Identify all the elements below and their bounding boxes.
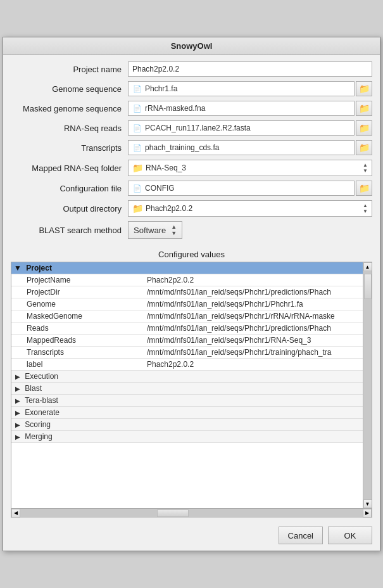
vertical-scrollbar[interactable]: ▲ ▼: [363, 262, 372, 508]
table-row[interactable]: label Phach2p2.0.2: [11, 359, 363, 371]
config-file-input[interactable]: 📄 CONFIG: [128, 181, 355, 196]
down-arrow-output: ▼: [363, 208, 368, 214]
tree-table-wrap: ▼ Project ProjectName Phach2p2.0.2Projec…: [11, 262, 372, 509]
h-scroll-thumb[interactable]: [157, 509, 189, 517]
table-row[interactable]: MaskedGenome /mnt/md/nfs01/ian_reid/seqs…: [11, 310, 363, 323]
blast-method-arrows: ▲ ▼: [171, 224, 177, 236]
config-file-row: Configuration file 📄 CONFIG 📁: [11, 181, 372, 196]
project-name-input[interactable]: Phach2p2.0.2: [128, 61, 372, 77]
mapped-folder-dropdown[interactable]: 📁 RNA-Seq_3 ▲ ▼: [128, 160, 372, 176]
transcripts-input-wrap: 📄 phach_training_cds.fa 📁: [128, 140, 372, 155]
section-label: ▶ Exonerate: [11, 407, 363, 419]
masked-genome-input[interactable]: 📄 rRNA-masked.fna: [128, 101, 355, 116]
row-value: Phach2p2.0.2: [144, 359, 363, 371]
row-key: ProjectName: [11, 274, 144, 286]
rnaseq-reads-input-wrap: 📄 PCACH_run117.lane2.R2.fasta 📁: [128, 120, 372, 136]
section-row[interactable]: ▶ Exonerate: [11, 407, 363, 419]
down-arrow: ▼: [363, 168, 368, 174]
genome-sequence-input-wrap: 📄 Phchr1.fa 📁: [128, 81, 372, 96]
table-row[interactable]: ProjectName Phach2p2.0.2: [11, 274, 363, 286]
folder-icon-masked: 📁: [359, 103, 370, 113]
table-row[interactable]: Reads /mnt/md/nfs01/ian_reid/seqs/Phchr1…: [11, 323, 363, 335]
file-icon-masked: 📄: [132, 103, 142, 113]
table-row[interactable]: Genome /mnt/md/nfs01/ian_reid/seqs/Phchr…: [11, 298, 363, 310]
up-arrow: ▲: [363, 162, 368, 168]
mapped-folder-value: 📁 RNA-Seq_3: [132, 163, 186, 173]
expand-icon: ▶: [15, 433, 20, 440]
rnaseq-reads-value: PCACH_run117.lane2.R2.fasta: [145, 124, 251, 132]
genome-sequence-value: Phchr1.fa: [145, 84, 177, 93]
config-browse-button[interactable]: 📁: [356, 181, 372, 196]
transcripts-browse-button[interactable]: 📁: [356, 140, 372, 155]
masked-genome-value: rRNA-masked.fna: [145, 104, 205, 113]
project-name-row: Project name Phach2p2.0.2: [11, 61, 372, 77]
genome-sequence-row: Genome sequence 📄 Phchr1.fa 📁: [11, 81, 372, 96]
section-label: ▶ Tera-blast: [11, 395, 363, 407]
row-value: /mnt/md/nfs01/ian_reid/seqs/Phchr1/Phchr…: [144, 298, 363, 310]
scroll-track[interactable]: [363, 271, 372, 499]
down-arrow-blast: ▼: [171, 230, 177, 236]
blast-method-select[interactable]: Software ▲ ▼: [128, 221, 182, 239]
section-row[interactable]: ▶ Merging: [11, 431, 363, 443]
scroll-down-button[interactable]: ▼: [363, 499, 372, 508]
output-dir-input-wrap: 📁 Phach2p2.0.2 ▲ ▼: [128, 200, 372, 217]
folder-icon-config: 📁: [359, 183, 370, 193]
project-name-input-wrap: Phach2p2.0.2: [128, 61, 372, 77]
output-dir-dropdown[interactable]: 📁 Phach2p2.0.2 ▲ ▼: [128, 200, 372, 217]
section-row[interactable]: ▶ Execution: [11, 371, 363, 383]
output-dir-arrows: ▲ ▼: [363, 203, 368, 214]
project-name-value: Phach2p2.0.2: [132, 65, 179, 74]
transcripts-input[interactable]: 📄 phach_training_cds.fa: [128, 140, 355, 155]
genome-sequence-input[interactable]: 📄 Phchr1.fa: [128, 81, 355, 96]
collapse-icon: ▼: [14, 264, 22, 272]
rnaseq-reads-input[interactable]: 📄 PCACH_run117.lane2.R2.fasta: [128, 120, 355, 136]
mapped-folder-label: Mapped RNA-Seq folder: [11, 163, 128, 173]
section-row[interactable]: ▶ Blast: [11, 383, 363, 395]
config-table: ▼ Project ProjectName Phach2p2.0.2Projec…: [11, 262, 363, 443]
up-arrow-output: ▲: [363, 203, 368, 208]
section-row[interactable]: ▶ Tera-blast: [11, 395, 363, 407]
row-key: MaskedGenome: [11, 310, 144, 323]
folder-icon-transcripts: 📁: [359, 143, 370, 153]
blast-method-row: BLAST search method Software ▲ ▼: [11, 221, 372, 239]
rnaseq-reads-label: RNA-Seq reads: [11, 124, 128, 133]
scroll-up-button[interactable]: ▲: [363, 262, 372, 271]
mapped-folder-arrows: ▲ ▼: [363, 162, 368, 174]
cancel-button[interactable]: Cancel: [279, 527, 323, 544]
h-scroll-track[interactable]: [20, 509, 363, 518]
genome-browse-button[interactable]: 📁: [356, 81, 372, 96]
row-key: MappedReads: [11, 335, 144, 347]
transcripts-label: Transcripts: [11, 143, 128, 153]
row-value: /mnt/md/nfs01/ian_reid/seqs/Phchr1/predi…: [144, 286, 363, 298]
horizontal-scrollbar[interactable]: ◀ ▶: [11, 509, 372, 518]
ok-button[interactable]: OK: [328, 527, 372, 544]
table-row[interactable]: MappedReads /mnt/md/nfs01/ian_reid/seqs/…: [11, 335, 363, 347]
table-row[interactable]: ProjectDir /mnt/md/nfs01/ian_reid/seqs/P…: [11, 286, 363, 298]
masked-browse-button[interactable]: 📁: [356, 101, 372, 116]
row-key: Transcripts: [11, 347, 144, 359]
dialog-title: SnowyOwl: [171, 41, 213, 51]
section-name: Tera-blast: [25, 396, 58, 405]
section-row[interactable]: ▶ Scoring: [11, 419, 363, 431]
folder-icon-genome: 📁: [359, 84, 370, 94]
masked-genome-row: Masked genome sequence 📄 rRNA-masked.fna…: [11, 101, 372, 116]
configured-title: Configured values: [11, 247, 372, 262]
section-name: Execution: [25, 372, 58, 381]
h-scroll-right-button[interactable]: ▶: [363, 509, 372, 518]
expand-icon: ▶: [15, 409, 20, 416]
folder-icon-mapped: 📁: [132, 163, 143, 173]
scroll-thumb[interactable]: [364, 274, 372, 299]
table-row[interactable]: Transcripts /mnt/md/nfs01/ian_reid/seqs/…: [11, 347, 363, 359]
tree-table[interactable]: ▼ Project ProjectName Phach2p2.0.2Projec…: [11, 262, 363, 508]
up-arrow-blast: ▲: [171, 224, 177, 230]
rnaseq-browse-button[interactable]: 📁: [356, 120, 372, 136]
project-header-row[interactable]: ▼ Project: [11, 262, 363, 274]
expand-icon: ▶: [15, 421, 20, 428]
config-file-label: Configuration file: [11, 184, 128, 193]
file-icon-rnaseq: 📄: [132, 123, 142, 133]
h-scroll-left-button[interactable]: ◀: [11, 509, 20, 518]
section-name: Blast: [25, 384, 42, 393]
row-key: ProjectDir: [11, 286, 144, 298]
project-name-label: Project name: [11, 65, 128, 74]
row-value: /mnt/md/nfs01/ian_reid/seqs/Phchr1/RNA-S…: [144, 335, 363, 347]
